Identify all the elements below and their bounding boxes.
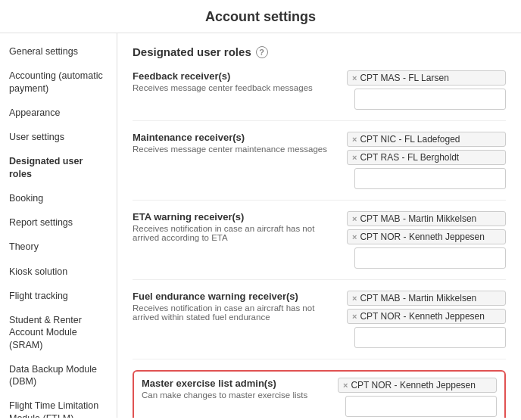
- role-desc-eta-warning-receiver: Receives notification in case an aircraf…: [133, 224, 339, 242]
- role-info-eta-warning-receiver: ETA warning receiver(s)Receives notifica…: [133, 211, 339, 242]
- role-users-feedback-receiver: ×CPT MAS - FL Larsen: [347, 70, 506, 110]
- user-tag: ×CPT MAB - Martin Mikkelsen: [347, 291, 506, 306]
- page-title: Account settings: [0, 0, 521, 33]
- role-desc-master-exercise-admin: Can make changes to master exercise list…: [142, 390, 330, 400]
- sidebar-item-flight-tracking[interactable]: Flight tracking: [0, 284, 117, 308]
- role-row-eta-warning-receiver: ETA warning receiver(s)Receives notifica…: [133, 211, 506, 280]
- sidebar-item-accounting[interactable]: Accounting (automatic payment): [0, 64, 117, 101]
- user-tag: ×CPT NOR - Kenneth Jeppesen: [347, 309, 506, 324]
- help-icon[interactable]: ?: [256, 46, 268, 58]
- user-tag-label: CPT RAS - FL Bergholdt: [360, 152, 459, 163]
- role-row-feedback-receiver: Feedback receiver(s)Receives message cen…: [133, 70, 506, 121]
- user-tag: ×CPT NOR - Kenneth Jeppesen: [347, 229, 506, 244]
- role-info-feedback-receiver: Feedback receiver(s)Receives message cen…: [133, 70, 339, 92]
- role-row-fuel-endurance-receiver: Fuel endurance warning receiver(s)Receiv…: [133, 291, 506, 359]
- role-row-maintenance-receiver: Maintenance receiver(s)Receives message …: [133, 132, 506, 201]
- role-input-fuel-endurance-receiver[interactable]: [354, 327, 506, 348]
- sidebar-item-report-settings[interactable]: Report settings: [0, 210, 117, 235]
- remove-user-icon[interactable]: ×: [343, 381, 348, 390]
- role-input-master-exercise-admin[interactable]: [345, 396, 497, 417]
- role-info-master-exercise-admin: Master exercise list admin(s)Can make ch…: [142, 378, 330, 400]
- sidebar-item-kiosk-solution[interactable]: Kiosk solution: [0, 260, 117, 284]
- role-input-maintenance-receiver[interactable]: [354, 168, 506, 189]
- role-input-feedback-receiver[interactable]: [354, 89, 506, 110]
- remove-user-icon[interactable]: ×: [352, 312, 357, 321]
- remove-user-icon[interactable]: ×: [352, 73, 357, 82]
- remove-user-icon[interactable]: ×: [352, 214, 357, 223]
- role-name-fuel-endurance-receiver: Fuel endurance warning receiver(s): [133, 291, 339, 302]
- sidebar-item-user-settings[interactable]: User settings: [0, 125, 117, 149]
- role-info-maintenance-receiver: Maintenance receiver(s)Receives message …: [133, 132, 339, 154]
- remove-user-icon[interactable]: ×: [352, 294, 357, 303]
- role-desc-fuel-endurance-receiver: Receives notification in case an aircraf…: [133, 303, 339, 322]
- sidebar-item-designated-user-roles[interactable]: Designated user roles: [0, 149, 117, 186]
- role-desc-maintenance-receiver: Receives message center maintenance mess…: [133, 145, 339, 154]
- sidebar-item-sram[interactable]: Student & Renter Account Module (SRAM): [0, 308, 117, 357]
- user-tag: ×CPT MAS - FL Larsen: [347, 70, 506, 86]
- role-users-master-exercise-admin: ×CPT NOR - Kenneth Jeppesen: [338, 378, 497, 417]
- user-tag-label: CPT NOR - Kenneth Jeppesen: [351, 380, 476, 390]
- section-heading: Designated user roles: [133, 45, 251, 58]
- sidebar-item-booking[interactable]: Booking: [0, 186, 117, 210]
- user-tag: ×CPT RAS - FL Bergholdt: [347, 150, 506, 165]
- sidebar-item-theory[interactable]: Theory: [0, 235, 117, 259]
- main-content: Designated user roles ? Feedback receive…: [117, 33, 521, 418]
- user-tag: ×CPT NOR - Kenneth Jeppesen: [338, 378, 497, 393]
- role-name-master-exercise-admin: Master exercise list admin(s): [142, 378, 330, 389]
- role-users-eta-warning-receiver: ×CPT MAB - Martin Mikkelsen×CPT NOR - Ke…: [347, 211, 506, 269]
- role-input-eta-warning-receiver[interactable]: [354, 247, 506, 269]
- role-users-fuel-endurance-receiver: ×CPT MAB - Martin Mikkelsen×CPT NOR - Ke…: [347, 291, 506, 348]
- user-tag: ×CPT MAB - Martin Mikkelsen: [347, 211, 506, 226]
- remove-user-icon[interactable]: ×: [352, 153, 357, 162]
- role-name-eta-warning-receiver: ETA warning receiver(s): [133, 211, 339, 222]
- user-tag-label: CPT NOR - Kenneth Jeppesen: [360, 311, 485, 322]
- sidebar: General settingsAccounting (automatic pa…: [0, 33, 117, 418]
- user-tag-label: CPT NIC - FL Ladefoged: [360, 134, 460, 145]
- remove-user-icon[interactable]: ×: [352, 135, 357, 144]
- user-tag-label: CPT MAB - Martin Mikkelsen: [360, 293, 476, 303]
- user-tag: ×CPT NIC - FL Ladefoged: [347, 132, 506, 147]
- user-tag-label: CPT MAS - FL Larsen: [360, 73, 448, 83]
- user-tag-label: CPT MAB - Martin Mikkelsen: [360, 213, 476, 224]
- sidebar-item-general[interactable]: General settings: [0, 39, 117, 64]
- sidebar-item-ftlm[interactable]: Flight Time Limitation Module (FTLM): [0, 394, 117, 418]
- role-desc-feedback-receiver: Receives message center feedback message…: [133, 83, 339, 92]
- role-users-maintenance-receiver: ×CPT NIC - FL Ladefoged×CPT RAS - FL Ber…: [347, 132, 506, 189]
- remove-user-icon[interactable]: ×: [352, 232, 357, 241]
- role-name-feedback-receiver: Feedback receiver(s): [133, 70, 339, 82]
- role-info-fuel-endurance-receiver: Fuel endurance warning receiver(s)Receiv…: [133, 291, 339, 322]
- sidebar-item-dbm[interactable]: Data Backup Module (DBM): [0, 357, 117, 394]
- user-tag-label: CPT NOR - Kenneth Jeppesen: [360, 232, 485, 242]
- role-row-master-exercise-admin: Master exercise list admin(s)Can make ch…: [133, 370, 506, 418]
- role-name-maintenance-receiver: Maintenance receiver(s): [133, 132, 339, 143]
- sidebar-item-appearance[interactable]: Appearance: [0, 101, 117, 125]
